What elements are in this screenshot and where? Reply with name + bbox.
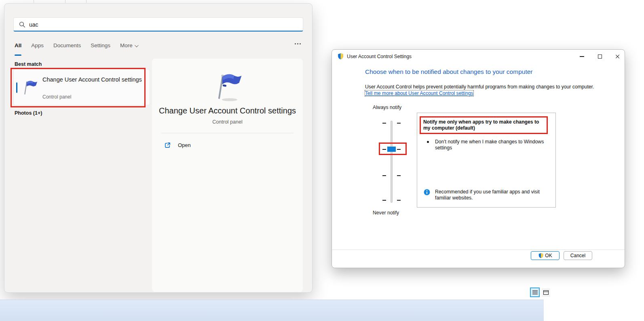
open-label: Open bbox=[178, 142, 191, 148]
open-action[interactable]: Open bbox=[164, 142, 191, 149]
slider-tick bbox=[382, 200, 386, 201]
uac-settings-window: User Account Control Settings Choose whe… bbox=[332, 49, 625, 268]
tab-settings[interactable]: Settings bbox=[91, 42, 110, 53]
slider-tick bbox=[397, 200, 401, 201]
search-icon bbox=[19, 21, 25, 28]
notification-description-box: Notify me only when apps try to make cha… bbox=[417, 113, 556, 208]
photos-section-label: Photos (1+) bbox=[15, 110, 42, 116]
preview-subtitle: Control panel bbox=[152, 119, 303, 125]
close-button[interactable] bbox=[611, 52, 625, 61]
title-bar[interactable]: User Account Control Settings bbox=[332, 50, 625, 63]
ok-button[interactable]: OK bbox=[531, 251, 560, 260]
uac-flag-icon-large bbox=[212, 72, 243, 103]
maximize-icon bbox=[598, 55, 602, 59]
uac-slider-thumb[interactable] bbox=[387, 147, 396, 152]
info-icon bbox=[424, 189, 430, 195]
slider-tick bbox=[397, 123, 401, 124]
result-subtitle: Control panel bbox=[42, 94, 71, 100]
tab-documents[interactable]: Documents bbox=[53, 42, 81, 53]
slider-tick bbox=[382, 149, 386, 150]
search-input[interactable] bbox=[29, 19, 292, 29]
tab-all[interactable]: All bbox=[15, 42, 21, 53]
search-box[interactable] bbox=[13, 17, 303, 31]
tell-me-more-link[interactable]: Tell me more about User Account Control … bbox=[365, 90, 473, 96]
bullet-icon bbox=[427, 141, 429, 143]
minimize-button[interactable] bbox=[575, 52, 589, 61]
uac-description: User Account Control helps prevent poten… bbox=[365, 84, 620, 90]
external-link-icon bbox=[164, 142, 171, 149]
list-view-icon bbox=[532, 290, 538, 295]
uac-flag-icon bbox=[21, 80, 38, 97]
bullet-text: Don't notify me when I make changes to W… bbox=[435, 139, 545, 151]
minimize-icon bbox=[580, 56, 584, 57]
preview-title: Change User Account Control settings bbox=[152, 106, 303, 115]
cancel-button[interactable]: Cancel bbox=[564, 251, 592, 260]
desktop: { "colors": { "accent": "#0067c0", "anno… bbox=[0, 0, 644, 321]
more-options-icon[interactable] bbox=[295, 43, 301, 44]
list-view-button[interactable] bbox=[530, 287, 540, 297]
cancel-label: Cancel bbox=[570, 253, 585, 258]
slider-tick bbox=[382, 123, 386, 124]
close-icon bbox=[615, 54, 620, 59]
background-tab-separator bbox=[65, 0, 65, 3]
maximize-button[interactable] bbox=[593, 52, 607, 61]
window-title: User Account Control Settings bbox=[347, 54, 412, 59]
card-view-button[interactable] bbox=[542, 288, 550, 297]
uac-heading: Choose when to be notified about changes… bbox=[365, 68, 532, 76]
uac-shield-icon bbox=[337, 53, 344, 60]
result-preview-panel: Change User Account Control settings Con… bbox=[152, 59, 303, 292]
slider-tick bbox=[397, 175, 401, 176]
search-result-uac[interactable]: Change User Account Control settings Con… bbox=[13, 69, 150, 105]
recommendation-text: Recommended if you use familiar apps and… bbox=[435, 189, 544, 201]
search-flyout: All Apps Documents Settings More Best ma… bbox=[4, 3, 312, 293]
uac-slider-track[interactable] bbox=[391, 121, 393, 203]
never-notify-label: Never notify bbox=[373, 210, 399, 216]
background-tab-separator bbox=[34, 0, 34, 3]
slider-tick bbox=[397, 149, 401, 150]
selection-indicator bbox=[16, 82, 17, 93]
best-match-label: Best match bbox=[15, 61, 42, 67]
result-title: Change User Account Control settings bbox=[42, 76, 144, 84]
card-view-icon bbox=[543, 290, 549, 295]
uac-shield-icon bbox=[538, 253, 544, 258]
chevron-down-icon bbox=[135, 43, 139, 47]
tab-apps[interactable]: Apps bbox=[31, 42, 44, 53]
background-tab-separator bbox=[86, 0, 87, 3]
footer-divider bbox=[332, 250, 625, 250]
divider bbox=[161, 133, 294, 133]
notify-level-title: Notify me only when apps try to make cha… bbox=[423, 119, 545, 131]
ok-label: OK bbox=[545, 253, 552, 258]
taskbar: 1:40 AM 9/29/2022 bbox=[0, 300, 544, 321]
tab-more[interactable]: More bbox=[120, 42, 137, 53]
recommendation-row: Recommended if you use familiar apps and… bbox=[424, 189, 545, 197]
slider-tick bbox=[382, 175, 386, 176]
always-notify-label: Always notify bbox=[373, 105, 401, 110]
search-filter-tabs: All Apps Documents Settings More bbox=[15, 42, 137, 53]
